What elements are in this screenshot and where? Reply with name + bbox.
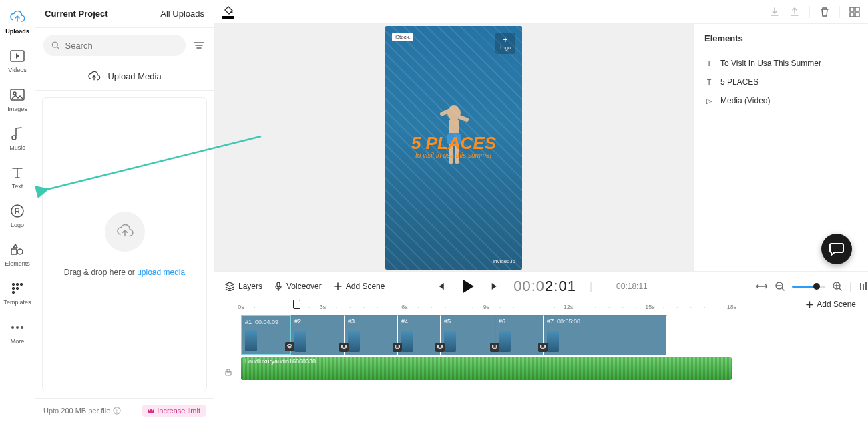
clip-transition-icon[interactable] [490, 343, 499, 352]
swimmer-figure [434, 99, 474, 180]
layers-icon [225, 282, 234, 291]
svg-rect-35 [455, 144, 459, 164]
uploads-panel: Current Project All Uploads Upload Media… [35, 0, 214, 422]
title-text-2[interactable]: to visit in usa this summer [385, 152, 522, 159]
add-logo-button[interactable]: + Logo [495, 33, 515, 54]
svg-rect-28 [850, 13, 854, 17]
prev-button[interactable] [435, 281, 445, 292]
ruler-tick: 18s [727, 304, 737, 310]
timeline-clip[interactable]: #4 [398, 315, 441, 355]
add-scene-button[interactable]: Add Scene [334, 282, 385, 291]
nav-logo[interactable]: R Logo [0, 200, 35, 231]
svg-rect-45 [227, 369, 230, 372]
svg-rect-26 [850, 7, 854, 11]
zoom-slider[interactable] [792, 286, 825, 288]
voiceover-button[interactable]: Voiceover [274, 282, 322, 291]
grid-icon[interactable] [849, 7, 860, 17]
element-row-text-2[interactable]: T5 PLACES [704, 73, 857, 91]
zoom-in-icon[interactable] [832, 281, 843, 292]
nav-elements[interactable]: Elements [0, 239, 35, 270]
size-limit-label: Upto 200 MB per file i [43, 407, 121, 415]
nav-templates[interactable]: Templates [0, 278, 35, 308]
clip-thumbnail [547, 331, 559, 352]
fit-width-icon[interactable] [756, 282, 768, 290]
ruler-tick: 3s [320, 304, 327, 310]
tab-current-project[interactable]: Current Project [45, 9, 108, 19]
video-preview[interactable]: iStock. + Logo 5 PLACES to visit in usa … [385, 26, 522, 270]
nav-videos[interactable]: Videos [0, 45, 35, 76]
increase-limit-button[interactable]: Increase limit [142, 405, 206, 417]
nav-text[interactable]: Text [0, 162, 35, 192]
svg-point-19 [11, 326, 14, 329]
ruler-tick: 6s [401, 304, 408, 310]
top-toolbar [214, 0, 868, 24]
svg-point-14 [17, 284, 18, 285]
timeline-clip[interactable]: #100:04:09 [241, 315, 291, 355]
audio-clip[interactable]: Loudluxuryaudio16860338... [241, 357, 732, 380]
nav-music[interactable]: Music [0, 123, 35, 154]
timeline-clip[interactable]: #700:05:00 [544, 315, 667, 355]
shapes-icon [9, 242, 25, 258]
timeline-clip[interactable]: #2 [291, 315, 345, 355]
layers-button[interactable]: Layers [225, 282, 262, 291]
nav-uploads[interactable]: Uploads [0, 7, 35, 37]
svg-rect-29 [855, 13, 859, 17]
title-text-1[interactable]: 5 PLACES [385, 133, 522, 154]
clip-transition-icon[interactable] [285, 342, 294, 351]
download-icon[interactable] [769, 7, 780, 17]
timeline-clip[interactable]: #5 [441, 315, 495, 355]
svg-point-22 [52, 42, 57, 47]
timeline-clip[interactable]: #6 [495, 315, 544, 355]
clips-track: #100:04:09#2#3#4#5#6#700:05:00 [241, 315, 732, 355]
cloud-upload-icon [87, 71, 101, 82]
left-nav: Uploads Videos Images Music Text R Logo … [0, 0, 35, 422]
timeline-settings-icon[interactable] [859, 282, 868, 291]
search-input-wrapper[interactable] [43, 35, 186, 56]
timeline-clip[interactable]: #3 [345, 315, 398, 355]
nav-more[interactable]: More [0, 316, 35, 347]
zoom-out-icon[interactable] [775, 281, 785, 292]
audio-track-icon [224, 368, 233, 377]
tab-all-uploads[interactable]: All Uploads [160, 9, 204, 19]
filter-button[interactable] [192, 39, 206, 52]
clip-transition-icon[interactable] [538, 343, 548, 352]
clip-thumbnail [348, 331, 360, 352]
clip-transition-icon[interactable] [435, 343, 445, 352]
logo-r-icon: R [9, 203, 25, 219]
element-row-text-1[interactable]: TTo Visit In Usa This Summer [704, 54, 857, 73]
search-icon [51, 41, 59, 50]
svg-point-2 [13, 92, 16, 95]
nav-images[interactable]: Images [0, 84, 35, 115]
upload-media-button[interactable]: Upload Media [35, 63, 214, 91]
play-button[interactable] [459, 278, 476, 295]
svg-rect-5 [11, 249, 17, 254]
svg-point-17 [17, 288, 18, 289]
add-scene-button-2[interactable]: Add Scene [799, 300, 856, 309]
export-icon[interactable] [789, 7, 800, 17]
element-row-media[interactable]: ▷Media (Video) [704, 91, 857, 110]
trash-icon[interactable] [819, 7, 830, 17]
clip-transition-icon[interactable] [393, 343, 402, 352]
svg-line-30 [46, 136, 261, 190]
clip-transition-icon[interactable] [339, 343, 349, 352]
svg-rect-38 [277, 282, 280, 287]
ruler-tick: 12s [564, 304, 574, 310]
svg-text:R: R [15, 207, 20, 215]
svg-point-16 [13, 288, 14, 289]
main-area: iStock. + Logo 5 PLACES to visit in usa … [214, 0, 868, 422]
ruler-tick: 0s [238, 304, 244, 310]
upload-media-link[interactable]: upload media [137, 268, 185, 277]
svg-rect-43 [865, 282, 867, 290]
chat-button[interactable] [821, 234, 852, 264]
cloud-upload-icon [105, 212, 145, 252]
play-element-icon: ▷ [704, 97, 714, 106]
clip-thumbnail [401, 331, 413, 352]
next-button[interactable] [489, 281, 500, 292]
svg-point-15 [21, 284, 22, 285]
svg-rect-33 [447, 133, 461, 145]
fill-tool[interactable] [222, 5, 234, 19]
svg-point-25 [231, 11, 233, 13]
search-input[interactable] [65, 41, 178, 51]
music-icon [9, 126, 25, 142]
timeline-ruler[interactable]: 0s·····3s·····6s·····9s·····12s·····15s·… [241, 301, 856, 313]
